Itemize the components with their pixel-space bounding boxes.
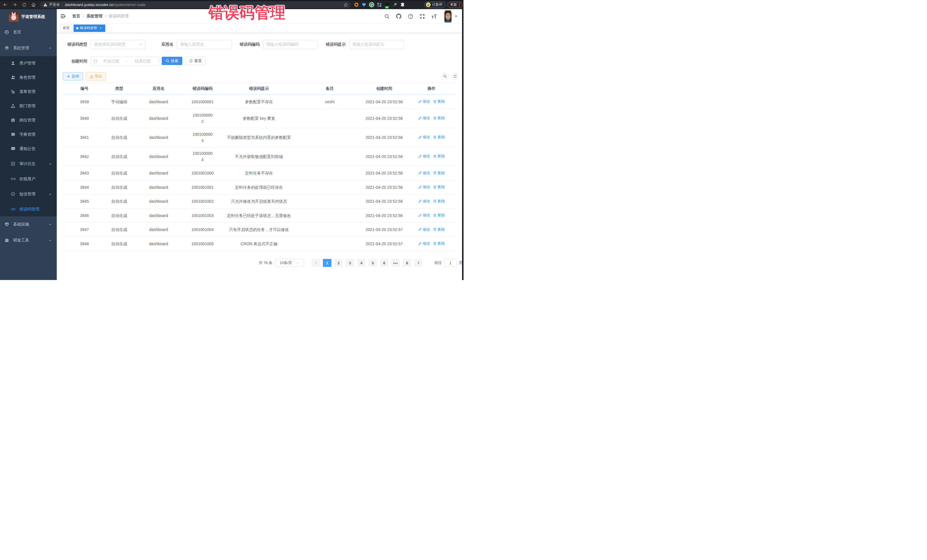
delete-link[interactable]: 删除 [433,240,445,247]
sidebar-item-6[interactable]: 岗位管理 [0,113,57,127]
delete-link[interactable]: 删除 [433,115,445,121]
filter-code-label: 错误码编码 [235,42,263,47]
edit-link[interactable]: 修改 [418,153,430,159]
sidebar-item-13[interactable]: 基础设施 [0,216,57,232]
sidebar-item-3[interactable]: 角色管理 [0,70,57,85]
page-jump-input[interactable]: 1 [444,259,457,267]
extensions-puzzle-icon[interactable] [400,2,405,8]
extensions-row: on [354,2,405,8]
sidebar-item-4[interactable]: 菜单管理 [0,85,57,99]
extension-key-icon[interactable] [392,2,397,8]
smiley-icon [426,2,431,7]
error-code-type-select[interactable]: 请选择错误码类型 [91,40,146,49]
page-button-1[interactable]: 1 [323,259,331,267]
edit-link[interactable]: 修改 [418,240,430,247]
select-caret-icon [296,261,299,265]
page-button-4[interactable]: 4 [357,259,366,267]
tag-close-icon[interactable]: × [99,26,103,30]
extension-gem-icon[interactable] [362,2,366,8]
sidebar-item-9[interactable]: 审计日志 [0,156,57,172]
sidebar-item-0[interactable]: 首页 [0,24,57,40]
header-search-icon[interactable] [381,9,393,23]
tag-home[interactable]: 首页 [60,24,72,32]
breadcrumb-home[interactable]: 首页 [72,14,80,19]
cell-app: dashboard [132,95,185,109]
sidebar-item-1[interactable]: 系统管理 [0,40,57,56]
delete-link[interactable]: 删除 [433,226,445,233]
page-button-5[interactable]: 5 [369,259,377,267]
delete-link[interactable]: 删除 [433,212,445,219]
browser-reload-icon[interactable] [20,1,29,9]
extension-grid-icon[interactable] [377,2,382,8]
add-button[interactable]: 新增 [63,72,83,80]
edit-link[interactable]: 修改 [418,212,430,219]
error-code-input[interactable]: 请输入错误码编码 [263,40,318,49]
page-size-select[interactable]: 10条/页 [275,259,304,267]
edit-link[interactable]: 修改 [418,198,430,205]
sidebar-logo[interactable]: 芋道管理系统 [0,9,57,24]
filter-item-code: 错误码编码 请输入错误码编码 [235,40,318,49]
sidebar-item-label: 用户管理 [20,61,35,66]
browser-home-icon[interactable] [29,1,38,9]
edit-link[interactable]: 修改 [418,184,430,190]
sidebar-item-8[interactable]: 通知公告 [0,142,57,156]
delete-link[interactable]: 删除 [433,99,445,105]
show-search-toggle-button[interactable] [441,73,449,80]
cell-code: 1001000002 [185,109,220,128]
edit-link[interactable]: 修改 [418,134,430,140]
sidebar-item-14[interactable]: 研发工具 [0,232,57,248]
page-button-2[interactable]: 2 [334,259,343,267]
delete-link[interactable]: 删除 [433,134,445,140]
search-button[interactable]: 搜索 [162,57,182,65]
page-button-6[interactable]: 6 [380,259,389,267]
browser-forward-icon[interactable] [10,1,20,9]
refresh-table-button[interactable] [451,73,459,80]
user-avatar[interactable] [444,10,451,23]
delete-link[interactable]: 删除 [433,184,445,190]
sidebar-item-11[interactable]: 短信管理 [0,186,57,202]
github-icon[interactable] [393,9,405,23]
browser-back-icon[interactable] [1,1,10,9]
error-msg-input[interactable]: 请输入错误码提示 [349,40,404,49]
browser-update-button[interactable]: 更新 [448,2,462,8]
prev-page-button[interactable] [312,259,320,267]
delete-link[interactable]: 删除 [433,170,445,176]
paused-extension-badge[interactable]: 已暂停 [424,2,445,8]
edit-link[interactable]: 修改 [418,99,430,105]
avatar-caret-icon[interactable] [454,15,458,18]
extension-orange-icon[interactable] [354,2,359,8]
delete-link[interactable]: 删除 [433,198,445,205]
sidebar-item-2[interactable]: 用户管理 [0,56,57,70]
export-button[interactable]: 导出 [86,72,106,80]
reset-button[interactable]: 重置 [185,57,206,65]
edit-link[interactable]: 修改 [418,170,430,176]
edit-link[interactable]: 修改 [418,115,430,121]
font-size-icon[interactable] [428,9,441,23]
breadcrumb-system[interactable]: 系统管理 [87,14,102,19]
bookmark-star-icon[interactable] [343,3,348,7]
post-icon [11,118,15,123]
sidebar-item-12[interactable]: 错误码管理 [0,202,57,216]
page-button-3[interactable]: 3 [346,259,354,267]
app-name-input[interactable]: 请输入应用名 [177,40,232,49]
sidebar-item-5[interactable]: 部门管理 [0,99,57,113]
extension-list-on-icon[interactable]: on [384,2,390,8]
create-time-range-picker[interactable]: 开始日期 - 结束日期 [91,57,159,66]
tag-error-code[interactable]: 错误码管理 × [74,24,105,32]
delete-link[interactable]: 删除 [433,153,445,159]
hamburger-icon[interactable] [57,14,70,19]
tools-icon [5,238,9,243]
address-bar[interactable]: 不安全 dashboard.yudao.iocoder.cn/system/er… [40,2,351,8]
browser-menu-icon[interactable] [459,3,460,6]
next-page-button[interactable] [414,259,423,267]
fullscreen-icon[interactable] [416,9,428,23]
help-icon[interactable] [405,9,416,23]
sidebar-item-10[interactable]: 在线用户 [0,172,57,186]
page-more-button[interactable]: ••• [391,259,400,267]
cell-type: 自动生成 [106,208,132,223]
sidebar-item-7[interactable]: 字典管理 [0,127,57,142]
page-button-8[interactable]: 8 [403,259,411,267]
extension-check-icon[interactable] [369,2,374,8]
edit-link[interactable]: 修改 [418,226,430,233]
sidebar-item-label: 短信管理 [20,191,35,197]
